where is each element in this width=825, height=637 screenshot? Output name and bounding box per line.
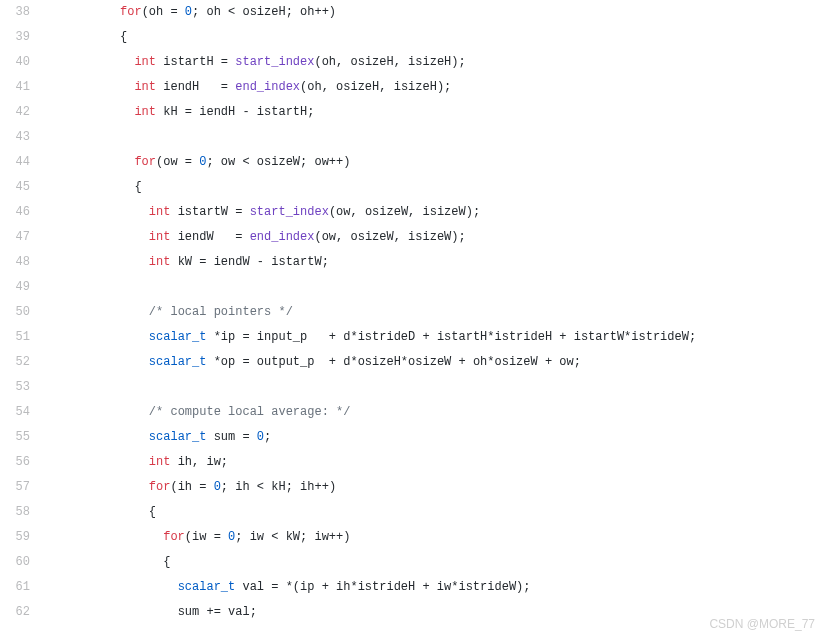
code-line[interactable]: 40 int istartH = start_index(oh, osizeH,… — [0, 50, 825, 75]
code-line[interactable]: 52 scalar_t *op = output_p + d*osizeH*os… — [0, 350, 825, 375]
code-line[interactable]: 38 for(oh = 0; oh < osizeH; oh++) — [0, 0, 825, 25]
line-number: 45 — [0, 175, 48, 200]
code-content: { — [48, 175, 142, 200]
code-line[interactable]: 42 int kH = iendH - istartH; — [0, 100, 825, 125]
line-number: 54 — [0, 400, 48, 425]
line-number: 44 — [0, 150, 48, 175]
code-line[interactable]: 41 int iendH = end_index(oh, osizeH, isi… — [0, 75, 825, 100]
token: int — [134, 105, 156, 119]
token: scalar_t — [178, 580, 236, 594]
line-number: 58 — [0, 500, 48, 525]
code-line[interactable]: 54 /* compute local average: */ — [0, 400, 825, 425]
token: val = *(ip + ih*istrideH + iw*istrideW); — [235, 580, 530, 594]
code-content: for(iw = 0; iw < kW; iw++) — [48, 525, 350, 550]
token: istartW = — [170, 205, 249, 219]
code-line[interactable]: 57 for(ih = 0; ih < kH; ih++) — [0, 475, 825, 500]
code-line[interactable]: 58 { — [0, 500, 825, 525]
line-number: 42 — [0, 100, 48, 125]
code-line[interactable]: 45 { — [0, 175, 825, 200]
token: (ow, osizeW, isizeW); — [329, 205, 480, 219]
token: /* compute local average: */ — [149, 405, 351, 419]
token: for — [149, 480, 171, 494]
token: { — [134, 180, 141, 194]
code-line[interactable]: 47 int iendW = end_index(ow, osizeW, isi… — [0, 225, 825, 250]
code-content: int istartW = start_index(ow, osizeW, is… — [48, 200, 480, 225]
code-line[interactable]: 50 /* local pointers */ — [0, 300, 825, 325]
token: ih, iw; — [170, 455, 228, 469]
token: /* local pointers */ — [149, 305, 293, 319]
token: int — [149, 205, 171, 219]
token: istartH = — [156, 55, 235, 69]
token: ; ow < osizeW; ow++) — [206, 155, 350, 169]
code-line[interactable]: 59 for(iw = 0; iw < kW; iw++) — [0, 525, 825, 550]
code-content: { — [48, 500, 156, 525]
line-number: 61 — [0, 575, 48, 600]
code-line[interactable]: 44 for(ow = 0; ow < osizeW; ow++) — [0, 150, 825, 175]
token: end_index — [235, 80, 300, 94]
code-line[interactable]: 53 — [0, 375, 825, 400]
watermark-text: CSDN @MORE_77 — [709, 617, 815, 631]
code-content: { — [48, 550, 170, 575]
token: for — [134, 155, 156, 169]
code-line[interactable]: 48 int kW = iendW - istartW; — [0, 250, 825, 275]
token: end_index — [250, 230, 315, 244]
line-number: 55 — [0, 425, 48, 450]
token: 0 — [214, 480, 221, 494]
token: kW = iendW - istartW; — [170, 255, 328, 269]
line-number: 48 — [0, 250, 48, 275]
token: for — [120, 5, 142, 19]
token: { — [163, 555, 170, 569]
token: ; oh < osizeH; oh++) — [192, 5, 336, 19]
code-line[interactable]: 56 int ih, iw; — [0, 450, 825, 475]
token: (oh = — [142, 5, 185, 19]
code-content: { — [48, 25, 127, 50]
code-line[interactable]: 43 — [0, 125, 825, 150]
line-number: 52 — [0, 350, 48, 375]
line-number: 51 — [0, 325, 48, 350]
token: (ow, osizeW, isizeW); — [314, 230, 465, 244]
token: { — [149, 505, 156, 519]
code-line[interactable]: 60 { — [0, 550, 825, 575]
line-number: 40 — [0, 50, 48, 75]
code-line[interactable]: 39 { — [0, 25, 825, 50]
code-content: scalar_t *ip = input_p + d*istrideD + is… — [48, 325, 696, 350]
token: int — [149, 455, 171, 469]
line-number: 49 — [0, 275, 48, 300]
token: iendH = — [156, 80, 235, 94]
token: scalar_t — [149, 430, 207, 444]
code-content: /* local pointers */ — [48, 300, 293, 325]
code-editor[interactable]: 38 for(oh = 0; oh < osizeH; oh++)39 {40 … — [0, 0, 825, 625]
code-line[interactable]: 51 scalar_t *ip = input_p + d*istrideD +… — [0, 325, 825, 350]
code-content: /* compute local average: */ — [48, 400, 350, 425]
token: (iw = — [185, 530, 228, 544]
code-content: int ih, iw; — [48, 450, 228, 475]
line-number: 46 — [0, 200, 48, 225]
line-number: 41 — [0, 75, 48, 100]
line-number: 62 — [0, 600, 48, 625]
token: ; — [264, 430, 271, 444]
code-line[interactable]: 62 sum += val; — [0, 600, 825, 625]
token: *ip = input_p + d*istrideD + istartH*ist… — [206, 330, 696, 344]
code-content: scalar_t sum = 0; — [48, 425, 271, 450]
code-content: int kH = iendH - istartH; — [48, 100, 314, 125]
code-line[interactable]: 49 — [0, 275, 825, 300]
code-content: int iendW = end_index(ow, osizeW, isizeW… — [48, 225, 466, 250]
code-line[interactable]: 61 scalar_t val = *(ip + ih*istrideH + i… — [0, 575, 825, 600]
token: *op = output_p + d*osizeH*osizeW + oh*os… — [206, 355, 580, 369]
token: scalar_t — [149, 355, 207, 369]
code-content: for(oh = 0; oh < osizeH; oh++) — [48, 0, 336, 25]
line-number: 53 — [0, 375, 48, 400]
token: sum = — [206, 430, 256, 444]
code-content: int kW = iendW - istartW; — [48, 250, 329, 275]
token: int — [134, 80, 156, 94]
line-number: 50 — [0, 300, 48, 325]
line-number: 47 — [0, 225, 48, 250]
code-line[interactable]: 46 int istartW = start_index(ow, osizeW,… — [0, 200, 825, 225]
code-line[interactable]: 55 scalar_t sum = 0; — [0, 425, 825, 450]
code-content: scalar_t val = *(ip + ih*istrideH + iw*i… — [48, 575, 530, 600]
token: for — [163, 530, 185, 544]
token: int — [149, 255, 171, 269]
token: scalar_t — [149, 330, 207, 344]
code-content: for(ih = 0; ih < kH; ih++) — [48, 475, 336, 500]
token: 0 — [257, 430, 264, 444]
